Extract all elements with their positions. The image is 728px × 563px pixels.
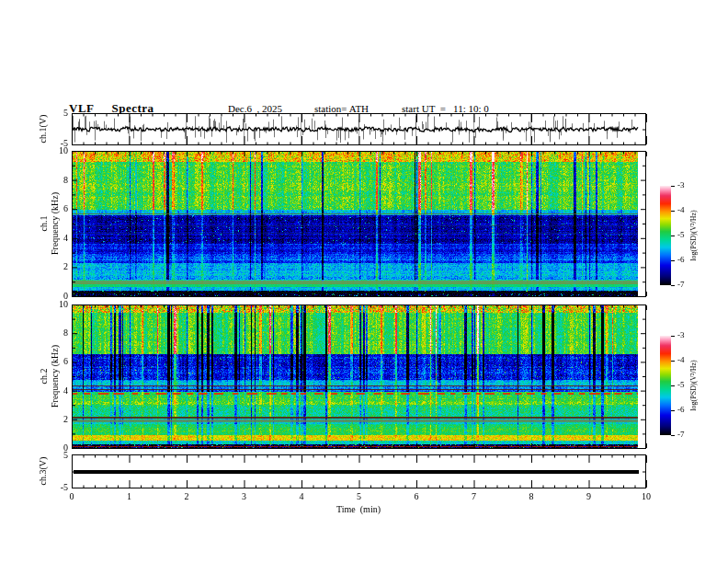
colorbar-tick-label-cb1: -3: [677, 180, 685, 190]
colorbar-tick-label-cb1: -4: [677, 205, 685, 214]
time-tick-label: 9: [578, 491, 600, 501]
freq-tick-label-spec1: 2: [46, 261, 68, 271]
colorbar-tick-mark: [671, 186, 675, 187]
freq-tick-label-spec1: 6: [46, 203, 68, 213]
freq-tick-label-spec1: 8: [46, 175, 68, 185]
freq-tick-label-spec2: 2: [46, 414, 68, 424]
colorbar-tick-mark: [671, 361, 675, 362]
time-tick-label: 4: [290, 491, 313, 501]
colorbar-tick-label-cb1: -6: [677, 255, 685, 264]
ch1-voltage-axis-label: ch.1(V): [38, 115, 48, 144]
time-axis-label: Time (min): [303, 504, 414, 514]
vlf-spectra-figure: VLF Spectra Dec.6 , 2025 station= ATH st…: [0, 0, 728, 563]
ch2-spec-channel-label: ch.2: [39, 369, 49, 385]
colorbar-tick-mark: [671, 336, 675, 337]
colorbar-tick-label-cb2: -7: [677, 430, 685, 439]
ch1-spectrogram-canvas: [73, 152, 638, 296]
ch3-voltage-axis-label: ch.3(V): [38, 457, 48, 486]
ch1-spec-frequency-label: Frequency (kHz): [50, 192, 60, 255]
colorbar-tick-mark: [671, 435, 675, 436]
ch1-ymax-tick-label: 5: [48, 108, 68, 118]
ch1-waveform-canvas: [73, 114, 645, 144]
colorbar-tick-mark: [671, 236, 675, 236]
colorbar-ch2-label: log(PSD)(V²/Hz): [689, 360, 698, 410]
colorbar-ch2: [660, 336, 671, 435]
time-tick-label: 10: [635, 491, 657, 501]
colorbar-tick-label-cb2: -6: [677, 405, 685, 414]
ch1-spec-channel-label: ch.1: [39, 216, 49, 232]
colorbar-tick-label-cb2: -5: [677, 380, 685, 389]
colorbar-tick-label-cb2: -3: [677, 330, 685, 339]
time-tick-label: 8: [520, 491, 542, 501]
freq-tick-label-spec2: 8: [46, 327, 68, 338]
colorbar-tick-label-cb2: -4: [677, 355, 685, 364]
colorbar-tick-label-cb1: -7: [677, 280, 685, 289]
colorbar-tick-label-cb1: -5: [677, 230, 685, 239]
freq-tick-label-spec2: 0: [46, 442, 68, 453]
ch2-spectrogram-canvas: [73, 305, 638, 448]
ch2-spec-frequency-label: Frequency (kHz): [50, 345, 60, 408]
colorbar-tick-mark: [671, 260, 675, 261]
freq-tick-label-spec2: 6: [46, 356, 68, 366]
time-tick-label: 7: [463, 491, 485, 501]
freq-tick-label-spec2: 4: [46, 385, 68, 396]
time-tick-label: 2: [176, 491, 198, 501]
time-tick-label: 5: [348, 491, 370, 501]
time-tick-label: 6: [405, 491, 427, 501]
colorbar-tick-mark: [671, 211, 675, 212]
freq-tick-label-spec2: 10: [46, 299, 68, 309]
freq-tick-label-spec1: 4: [46, 233, 68, 243]
colorbar-tick-mark: [671, 385, 675, 386]
freq-tick-label-spec1: 10: [46, 145, 68, 155]
colorbar-tick-mark: [671, 285, 675, 286]
time-tick-label: 3: [233, 491, 256, 501]
colorbar-ch1: [660, 186, 671, 285]
ch3-waveform-canvas: [73, 455, 645, 488]
time-tick-label: 0: [61, 491, 83, 501]
colorbar-tick-mark: [671, 410, 675, 411]
time-tick-label: 1: [119, 491, 141, 501]
colorbar-ch1-label: log(PSD)(V²/Hz): [689, 210, 698, 260]
